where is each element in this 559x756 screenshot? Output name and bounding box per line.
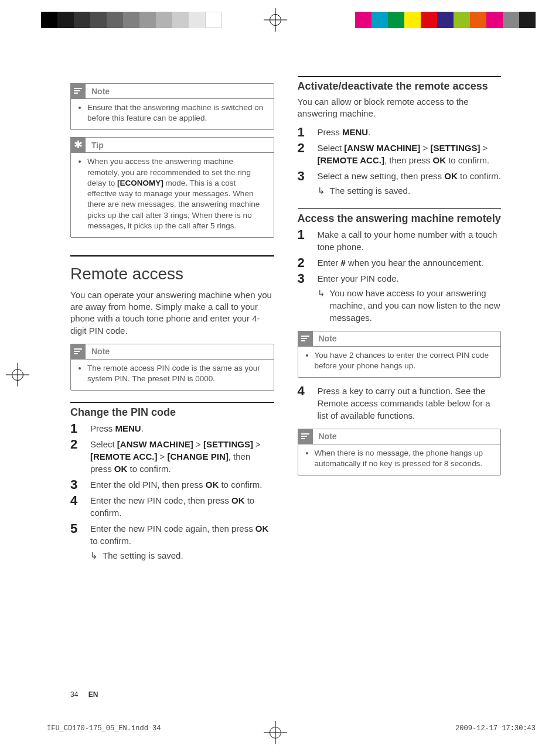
note-title: Note [91, 347, 110, 356]
tip-title: Tip [91, 141, 104, 150]
note-icon [70, 83, 86, 98]
note-title: Note [91, 87, 110, 96]
note-icon [70, 344, 86, 359]
print-info-line: IFU_CD170-175_05_EN.indd 34 2009-12-17 1… [47, 724, 536, 733]
result: ↳The setting is saved. [318, 184, 502, 197]
step: Select a new setting, then press OK to c… [298, 170, 502, 197]
steps-list: Press MENU. Select [ANSW MACHINE] > [SET… [70, 422, 274, 562]
result-arrow-icon: ↳ [318, 184, 325, 197]
language-code: EN [88, 690, 98, 699]
note-text: When there is no message, the phone hang… [315, 448, 494, 469]
right-column: Activate/deactivate the remote access Yo… [298, 76, 502, 565]
steps-list: Make a call to your home number with a t… [298, 228, 502, 324]
left-column: Note Ensure that the answering machine i… [70, 76, 274, 565]
result: ↳You now have access to your answering m… [318, 287, 502, 324]
step: Press MENU. [70, 422, 274, 435]
note-title: Note [319, 432, 337, 441]
result-arrow-icon: ↳ [90, 549, 98, 562]
page-number: 34 [70, 690, 78, 699]
tip-icon: ✱ [70, 137, 86, 152]
step: Enter your PIN code. ↳You now have acces… [298, 272, 502, 324]
note-text: You have 2 chances to enter the correct … [315, 350, 494, 371]
step: Press MENU. [298, 126, 502, 138]
section-heading: Remote access [70, 255, 274, 283]
step: Enter # when you hear the announcement. [298, 256, 502, 269]
note-box: Note Ensure that the answering machine i… [70, 83, 274, 130]
result: ↳The setting is saved. [90, 549, 274, 562]
step: Enter the new PIN code, then press OK to… [70, 494, 274, 519]
print-timestamp: 2009-12-17 17:30:43 [455, 724, 536, 733]
print-crop-swatches [41, 12, 536, 28]
subsection-heading: Access the answering machine remotely [298, 208, 502, 225]
tip-box: ✱ Tip When you access the answering mach… [70, 137, 274, 238]
note-box: Note You have 2 chances to enter the cor… [298, 331, 502, 378]
note-text: Ensure that the answering machine is swi… [87, 102, 267, 124]
step: Select [ANSW MACHINE] > [SETTINGS] > [RE… [70, 438, 274, 475]
note-icon [298, 331, 313, 346]
step: Enter the new PIN code again, then press… [70, 522, 274, 562]
page-content: Note Ensure that the answering machine i… [70, 76, 501, 565]
note-title: Note [319, 334, 337, 343]
subsection-heading: Activate/deactivate the remote access [298, 76, 502, 93]
step: Select [ANSW MACHINE] > [SETTINGS] > [RE… [298, 142, 502, 166]
steps-list: Press a key to carry out a function. See… [298, 385, 502, 422]
subsection-heading: Change the PIN code [70, 402, 274, 419]
intro-paragraph: You can allow or block remote access to … [298, 96, 502, 120]
intro-paragraph: You can operate your answering machine w… [70, 289, 274, 337]
step: Press a key to carry out a function. See… [298, 385, 502, 422]
step: Enter the old PIN, then press OK to conf… [70, 478, 274, 491]
tip-text: When you access the answering machine re… [87, 156, 267, 231]
print-file: IFU_CD170-175_05_EN.indd 34 [47, 724, 161, 733]
step: Make a call to your home number with a t… [298, 228, 502, 253]
registration-mark [6, 363, 29, 386]
note-box: Note When there is no message, the phone… [298, 429, 502, 476]
note-text: The remote access PIN code is the same a… [87, 363, 267, 384]
note-box: Note The remote access PIN code is the s… [70, 344, 274, 391]
note-icon [298, 429, 313, 444]
result-arrow-icon: ↳ [318, 287, 325, 324]
page-footer: 34 EN [70, 690, 98, 699]
steps-list: Press MENU. Select [ANSW MACHINE] > [SET… [298, 126, 502, 197]
registration-mark [264, 8, 287, 32]
